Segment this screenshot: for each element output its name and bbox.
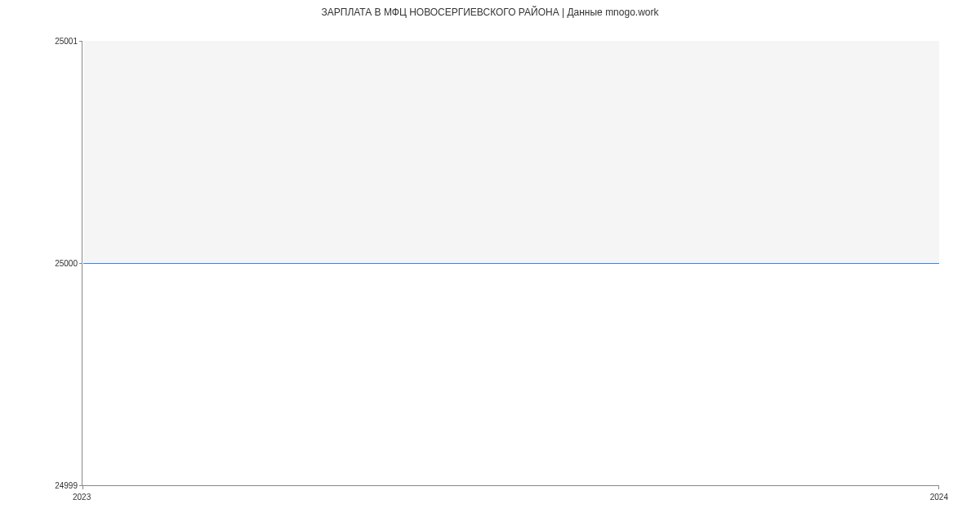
- x-tick-mark: [82, 486, 83, 489]
- y-axis-tick-label: 24999: [55, 481, 78, 490]
- chart-title: ЗАРПЛАТА В МФЦ НОВОСЕРГИЕВСКОГО РАЙОНА |…: [0, 0, 980, 18]
- y-axis-tick-label: 25001: [55, 37, 78, 46]
- y-axis-tick-label: 25000: [55, 259, 78, 268]
- y-tick-mark: [79, 41, 82, 42]
- x-tick-mark: [938, 486, 939, 489]
- data-line: [83, 263, 939, 264]
- plot-area: [82, 41, 939, 486]
- x-axis-tick-label: 2023: [73, 493, 91, 502]
- shaded-region: [83, 41, 939, 263]
- chart-container: 25001 25000 24999 2023 2024: [82, 41, 939, 486]
- x-axis-tick-label: 2024: [930, 493, 948, 502]
- y-tick-mark: [79, 263, 82, 264]
